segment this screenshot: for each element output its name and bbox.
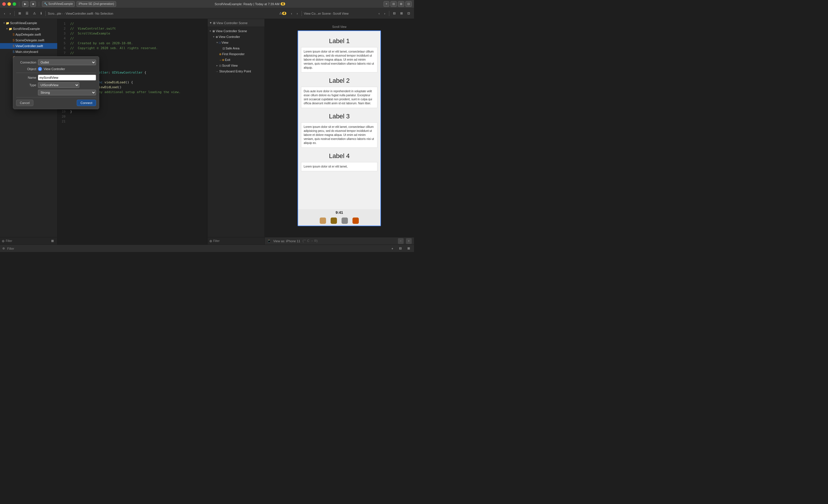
navigator-tree: 📁 ScrollViewExample 📁 ScrollViewExample …	[0, 19, 57, 237]
cancel-button[interactable]: Cancel	[16, 100, 33, 106]
breadcrumb-scroll-view[interactable]: Scroll View	[333, 12, 348, 15]
preview-label-1: Label 1	[301, 37, 377, 45]
minimize-button[interactable]	[7, 2, 11, 6]
outline-tree: 🖥 View Controller Scene ⊕ View Controlle…	[208, 27, 264, 237]
layout-toggle-1[interactable]: ⊟	[390, 1, 397, 7]
status-layout-2[interactable]: ⊞	[406, 245, 412, 252]
layout-toggle-3[interactable]: ⊡	[405, 1, 412, 7]
toolbar-grid-btn[interactable]: ⊞	[17, 10, 23, 17]
dialog-divider-2	[16, 97, 57, 97]
outline-item-responder[interactable]: ⊕ First Responder	[208, 51, 264, 57]
type-row: Type UIScrollView	[16, 82, 57, 88]
outline-item-view[interactable]: □ View	[208, 40, 264, 45]
toolbar-right-warning[interactable]: ‹	[377, 10, 381, 17]
toolbar-layout-option3[interactable]: ⊡	[406, 10, 412, 17]
add-button[interactable]: +	[383, 1, 389, 7]
view-as-icon: 📱	[267, 239, 271, 243]
status-add-btn[interactable]: +	[390, 245, 395, 252]
toolbar-warning-count[interactable]: ⚠ 4	[278, 10, 288, 17]
preview-text-4: Lorem ipsum dolor sit er elit lamet,	[301, 162, 377, 171]
tree-item-viewcontroller[interactable]: S ViewController.swift	[0, 43, 57, 49]
zoom-out-btn[interactable]: −	[398, 238, 404, 244]
layout-toggle-2[interactable]: ⊞	[398, 1, 404, 7]
tree-item-storyboard[interactable]: S Main.storyboard	[0, 49, 57, 55]
outline-filter-icon: ⊕	[209, 239, 212, 243]
toolbar-layout-option1[interactable]: ⊟	[391, 10, 397, 17]
code-editor: 1 2 3 4 5 6 7 8 9 10 11 12 13 14 15 16 1…	[57, 19, 207, 244]
tree-item-appdelegate[interactable]: S AppDelegate.swift	[0, 32, 57, 37]
toolbar-warning-btn[interactable]: ⚠	[31, 10, 38, 17]
toolbar-forward-btn[interactable]: ›	[8, 10, 13, 17]
outline-title: View Controller Scene	[216, 21, 248, 25]
toolbar-nav-back[interactable]: ‹	[289, 10, 294, 17]
device-preview: Label 1 Lorem ipsum dolor sit er elit la…	[298, 31, 381, 226]
run-button[interactable]: ▶	[22, 1, 29, 7]
storyboard-outline: ▾ 🖥 View Controller Scene 🖥 View Control…	[207, 19, 265, 244]
navigator-add-btn[interactable]: ⊞	[49, 238, 55, 244]
titlebar-status: ScrollViewExample: Ready | Today at 7:39…	[118, 2, 382, 6]
navigator-panel: 📁 ScrollViewExample 📁 ScrollViewExample …	[0, 19, 57, 244]
iphone-icon-3	[341, 218, 348, 224]
tree-item-group[interactable]: 📁 ScrollViewExample	[0, 26, 57, 32]
object-row: Object ● View Controller	[16, 67, 57, 71]
scheme-selector[interactable]: 🔧 ScrollViewExample	[42, 1, 75, 7]
titlebar: ▶ ■ 🔧 ScrollViewExample iPhone SE (2nd g…	[0, 0, 414, 8]
type-label: Type	[16, 83, 36, 87]
maximize-button[interactable]	[13, 2, 16, 6]
iphone-icon-2	[331, 218, 337, 224]
toolbar-list-btn[interactable]: ☰	[24, 10, 30, 17]
close-button[interactable]	[2, 2, 6, 6]
outline-item-exit[interactable]: →⊕ Exit	[208, 57, 264, 63]
connection-dialog: Connection Outlet Object ● View Controll…	[13, 56, 57, 109]
preview-label-4: Label 4	[301, 152, 377, 160]
scroll-view-container[interactable]: Label 1 Lorem ipsum dolor sit er elit la…	[298, 31, 380, 209]
editor-content: 1 2 3 4 5 6 7 8 9 10 11 12 13 14 15 16 1…	[57, 19, 207, 244]
scheme-label: ScrollViewExample	[48, 2, 73, 5]
outline-item-vc[interactable]: ⊕ View Controller	[208, 34, 264, 40]
warning-count-badge: 4	[282, 12, 287, 15]
tree-item-root[interactable]: 📁 ScrollViewExample	[0, 20, 57, 26]
toolbar-info-btn[interactable]: ℹ	[39, 10, 43, 17]
outline-item-safearea[interactable]: ⊡ Safe Area	[208, 45, 264, 51]
scheme-icon: 🔧	[44, 2, 47, 5]
outline-filter-label: Filter	[213, 239, 220, 242]
tree-item-scenedelegate[interactable]: S SceneDelegate.swift	[0, 37, 57, 43]
status-filter-icon: ⊕	[2, 246, 5, 250]
storage-select[interactable]: Strong	[38, 90, 57, 95]
status-layout-1[interactable]: ⊟	[397, 245, 403, 252]
code-area[interactable]: // // ViewController.swift // ScrollView…	[68, 19, 207, 244]
zoom-in-btn[interactable]: +	[406, 238, 412, 244]
outline-disclosure: ▾	[210, 21, 212, 25]
connection-row: Connection Outlet	[16, 59, 57, 65]
outline-item-entry[interactable]: → Storyboard Entry Point	[208, 68, 264, 74]
dialog-buttons: Cancel Connect	[16, 100, 57, 106]
toolbar: ‹ › ⊞ ☰ ⚠ ℹ Scro...ple › › ViewControlle…	[0, 8, 414, 19]
toolbar-right-forward[interactable]: ›	[382, 10, 387, 17]
object-value: View Controller	[44, 67, 57, 71]
preview-bar-label: Scroll View	[298, 25, 381, 29]
connection-select[interactable]: Outlet	[38, 59, 57, 65]
toolbar-back-btn[interactable]: ‹	[2, 10, 7, 17]
iphone-icon-1	[320, 218, 326, 224]
preview-text-3: Lorem ipsum dolor sit er elit lamet, con…	[301, 123, 377, 148]
device-selector[interactable]: iPhone SE (2nd generation)	[77, 1, 116, 7]
outline-item-scene[interactable]: 🖥 View Controller Scene	[208, 28, 264, 34]
toolbar-layout-option2[interactable]: ⊞	[399, 10, 405, 17]
canvas-area: Scroll View Label 1 Lorem ipsum dolor si…	[265, 19, 414, 244]
name-label: Name	[16, 76, 36, 79]
preview-text-2: Duis aute irure dolor in reprehenderit i…	[301, 87, 377, 108]
breadcrumb-scene[interactable]: View Co...er Scene	[304, 12, 331, 15]
outline-item-scrollview[interactable]: ⊟ Scroll View	[208, 63, 264, 68]
toolbar-nav-forward[interactable]: ›	[295, 10, 299, 17]
name-input[interactable]	[38, 75, 57, 81]
filter-label: Filter	[6, 239, 12, 242]
canvas-footer: 📱 View as: iPhone 11 (⌃ C → R) − +	[265, 237, 414, 244]
object-label: Object	[16, 67, 36, 71]
breadcrumb-project[interactable]: Scro...ple	[48, 12, 61, 15]
type-select[interactable]: UIScrollView	[38, 82, 57, 88]
status-bar: ⊕ Filter + ⊟ ⊞	[0, 244, 414, 252]
canvas-content[interactable]: Scroll View Label 1 Lorem ipsum dolor si…	[265, 19, 414, 237]
breadcrumb-file[interactable]: ViewController.swift	[66, 12, 93, 15]
navigator-footer: ⊕ Filter ⊞	[0, 237, 57, 244]
stop-button[interactable]: ■	[30, 1, 36, 7]
